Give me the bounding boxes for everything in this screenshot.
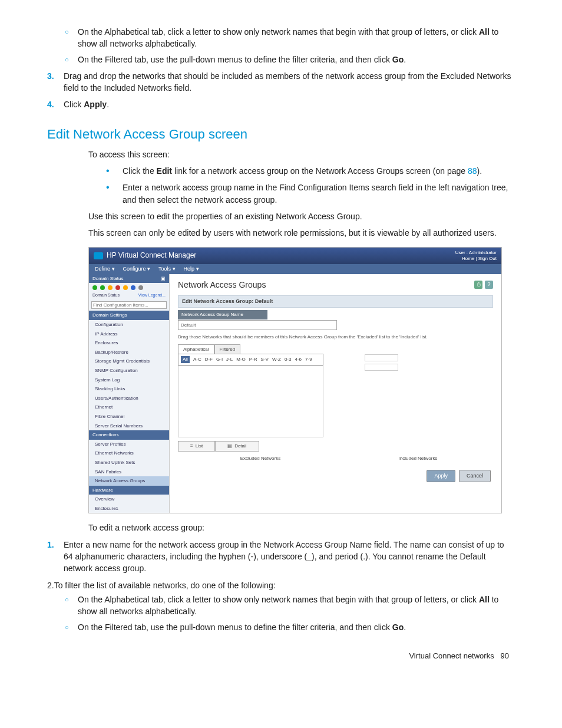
alpha-all[interactable]: All xyxy=(181,356,190,363)
collapse-icon[interactable]: ▣ xyxy=(161,275,166,282)
alpha-ac[interactable]: A-C xyxy=(193,356,201,363)
status-ok-icon xyxy=(100,285,105,290)
page-link[interactable]: 88 xyxy=(468,166,477,176)
status-unknown-icon xyxy=(138,285,143,290)
tab-filtered[interactable]: Filtered xyxy=(214,344,241,355)
text: List xyxy=(196,443,203,450)
step-2-text: To filter the list of available networks… xyxy=(54,579,276,591)
main-panel: Network Access Groups ⎙ ? Edit Network A… xyxy=(170,274,501,513)
text: On the Alphabetical tab, click a letter … xyxy=(78,27,479,37)
nav-section-domain[interactable]: Domain Settings xyxy=(89,311,169,320)
alpha-46[interactable]: 4-6 xyxy=(295,356,302,363)
nav-section-connections[interactable]: Connections xyxy=(89,430,169,440)
included-label: Included Networks xyxy=(343,455,493,462)
substep-filtered: On the Filtered tab, use the pull-down m… xyxy=(78,54,515,65)
status-icons-row xyxy=(89,283,169,292)
menubar: Define ▾ Configure ▾ Tools ▾ Help ▾ xyxy=(89,264,501,274)
alpha-pr[interactable]: P-R xyxy=(249,356,257,363)
text: Click the xyxy=(123,166,157,176)
nav-snmp[interactable]: SNMP Configuration xyxy=(89,366,169,375)
nav-server-profiles[interactable]: Server Profiles xyxy=(89,440,169,449)
menu-help[interactable]: Help ▾ xyxy=(184,265,199,273)
continued-steps: ○ On the Alphabetical tab, click a lette… xyxy=(47,26,515,111)
text: link for a network access group on the N… xyxy=(172,166,468,176)
excluded-networks-list[interactable] xyxy=(178,365,323,437)
bold-all: All xyxy=(479,595,490,604)
section-heading: Edit Network Access Group screen xyxy=(47,125,515,144)
alpha-df[interactable]: D-F xyxy=(205,356,213,363)
step-4-text: Click Apply. xyxy=(64,98,515,110)
intro-lead: To access this screen: xyxy=(88,149,515,160)
nav-shared-uplink[interactable]: Shared Uplink Sets xyxy=(89,458,169,467)
nav-ethernet-networks[interactable]: Ethernet Networks xyxy=(89,449,169,458)
dot-bullet-icon: • xyxy=(106,182,123,206)
dot-bullet-icon: • xyxy=(106,165,123,177)
included-item-placeholder[interactable] xyxy=(365,354,398,361)
menu-define[interactable]: Define ▾ xyxy=(95,265,115,273)
apply-button[interactable]: Apply xyxy=(427,470,455,482)
status-warn-icon xyxy=(123,285,128,290)
main-title: Network Access Groups xyxy=(178,279,266,291)
nav-fibre-channel[interactable]: Fibre Channel xyxy=(89,412,169,421)
nav-enclosure1[interactable]: Enclosure1 xyxy=(89,504,169,513)
find-config-input[interactable] xyxy=(91,301,167,309)
nav-users-auth[interactable]: Users/Authentication xyxy=(89,394,169,403)
status-warn-icon xyxy=(108,285,113,290)
alpha-jl[interactable]: J-L xyxy=(226,356,233,363)
alpha-03[interactable]: 0-3 xyxy=(285,356,292,363)
alpha-sv[interactable]: S-V xyxy=(261,356,269,363)
sidebar: Domain Status▣ Domain Status View Legend… xyxy=(89,274,170,513)
nav-stacking-links[interactable]: Stacking Links xyxy=(89,384,169,394)
step-1-text: Enter a new name for the network access … xyxy=(64,539,515,575)
panel-header: Edit Network Access Group: Default xyxy=(178,295,493,308)
nav-ethernet[interactable]: Ethernet xyxy=(89,403,169,412)
alpha-wz[interactable]: W-Z xyxy=(272,356,281,363)
nav-system-log[interactable]: System Log xyxy=(89,375,169,385)
nav-configuration[interactable]: Configuration xyxy=(89,320,169,330)
nav-server-serials[interactable]: Server Serial Numbers xyxy=(89,421,169,431)
nav-ip-address[interactable]: IP Address xyxy=(89,330,169,339)
alpha-filter-bar: All A-C D-F G-I J-L M-O P-R S-V W-Z 0-3 … xyxy=(178,354,323,365)
text: . xyxy=(404,622,406,632)
text: Domain Status xyxy=(92,275,123,282)
edit-lead: To edit a network access group: xyxy=(88,522,515,533)
detail-icon: ▤ xyxy=(227,443,232,450)
nav-san-fabrics[interactable]: SAN Fabrics xyxy=(89,467,169,477)
nav-enclosures[interactable]: Enclosures xyxy=(89,338,169,348)
field-label-name: Network Access Group Name xyxy=(178,310,267,319)
step-number-4: 4. xyxy=(47,98,64,110)
cancel-button[interactable]: Cancel xyxy=(459,470,491,482)
page-footer: Virtual Connect networks 90 xyxy=(47,651,515,662)
nav-storage-creds[interactable]: Storage Mgmt Credentials xyxy=(89,357,169,366)
text: . xyxy=(404,55,406,64)
intro-bullets: • Click the Edit link for a network acce… xyxy=(106,165,515,206)
print-icon[interactable]: ⎙ xyxy=(474,281,482,289)
alpha-79[interactable]: 7-9 xyxy=(305,356,312,363)
nav-overview[interactable]: Overview xyxy=(89,495,169,504)
user-label: User : Administrator xyxy=(455,250,497,256)
bullet-edit-link: Click the Edit link for a network access… xyxy=(123,165,515,177)
circle-bullet-icon: ○ xyxy=(65,54,78,65)
substep-alpha: On the Alphabetical tab, click a letter … xyxy=(78,26,515,50)
view-detail-button[interactable]: ▤Detail xyxy=(215,441,259,452)
status-error-icon xyxy=(115,285,120,290)
step-number-1: 1. xyxy=(47,539,64,575)
view-legend-link[interactable]: View Legend... xyxy=(138,292,166,298)
alpha-gi[interactable]: G-I xyxy=(216,356,223,363)
step-number-3: 3. xyxy=(47,70,64,94)
menu-tools[interactable]: Tools ▾ xyxy=(158,265,176,273)
view-list-button[interactable]: ≡List xyxy=(178,441,215,452)
name-input[interactable]: Default xyxy=(178,320,337,331)
nav-network-access-groups[interactable]: Network Access Groups xyxy=(89,476,169,486)
bold-edit: Edit xyxy=(157,166,172,176)
help-icon[interactable]: ? xyxy=(485,281,493,289)
menu-configure[interactable]: Configure ▾ xyxy=(123,265,151,273)
nav-section-hardware[interactable]: Hardware xyxy=(89,486,169,495)
included-item-placeholder[interactable] xyxy=(365,364,398,371)
status-ok-icon xyxy=(92,285,97,290)
header-links[interactable]: Home | Sign Out xyxy=(455,256,497,262)
alpha-mo[interactable]: M-O xyxy=(236,356,246,363)
nav-backup-restore[interactable]: Backup/Restore xyxy=(89,348,169,357)
tab-alphabetical[interactable]: Alphabetical xyxy=(178,344,214,355)
text: Click xyxy=(64,100,84,109)
